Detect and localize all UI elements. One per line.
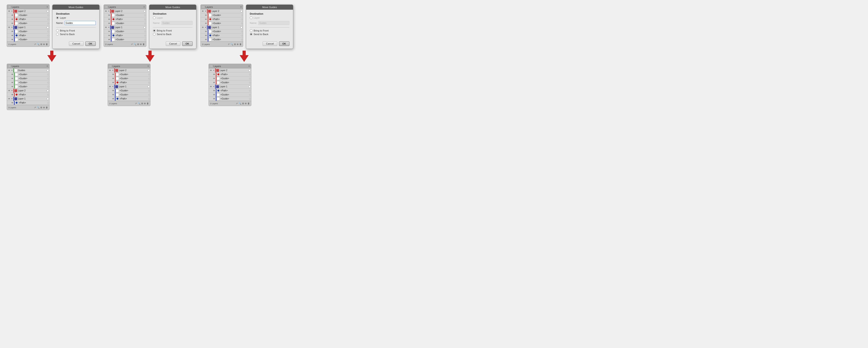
layer-row[interactable]: 👁 <Guide> [104, 13, 146, 17]
eye-icon[interactable]: 👁 [10, 18, 14, 21]
delete-icon[interactable]: 🗑 [46, 106, 48, 109]
layer-row[interactable]: 👁 <Guide> [201, 38, 243, 42]
close-button-3[interactable] [202, 6, 204, 8]
cancel-button-2[interactable]: Cancel [166, 41, 180, 46]
eye-icon[interactable]: 👁 [107, 30, 111, 33]
layer-row[interactable]: 👁 <Path> [209, 89, 251, 93]
target-dot[interactable] [249, 78, 251, 79]
layer-row[interactable]: 👁 ▾ Layer 2 [104, 9, 146, 13]
cancel-button-3[interactable]: Cancel [262, 41, 277, 46]
name-input[interactable] [65, 21, 96, 25]
target-icon[interactable] [148, 86, 150, 88]
radio-send-back-2[interactable] [153, 33, 156, 36]
target-dot[interactable] [249, 74, 251, 75]
radio-send-back-3[interactable] [250, 33, 252, 36]
eye-icon[interactable]: 👁 [104, 26, 107, 29]
expand-arrow[interactable]: ▾ [112, 69, 114, 72]
target-icon[interactable] [248, 69, 251, 71]
add-icon[interactable]: ⊕ [144, 102, 146, 105]
eye-icon[interactable]: 👁 [201, 26, 204, 29]
target-dot[interactable] [48, 14, 49, 16]
radio-layer-row[interactable]: Layer [56, 17, 96, 19]
layer-row[interactable]: 👁 ▾ Layer 2 [209, 68, 251, 72]
close-button-1[interactable] [8, 6, 10, 8]
layer-row[interactable]: 👁 <Path> [7, 93, 49, 97]
layer-row[interactable]: 👁 <Guide> [104, 30, 146, 34]
layer-row[interactable]: 👁 ▾ Layer 2 [7, 9, 49, 13]
layer-row[interactable]: 👁 <Path> [104, 34, 146, 38]
eye-icon[interactable]: 👁 [204, 22, 208, 25]
eye-icon[interactable]: 👁 [112, 73, 115, 76]
target-icon[interactable] [248, 86, 251, 88]
target-dot[interactable] [48, 86, 49, 87]
grid-icon[interactable]: ⊞ [234, 43, 236, 45]
expand-arrow[interactable]: ▾ [112, 85, 114, 88]
export-icon[interactable]: ↗ [34, 43, 36, 45]
delete-icon[interactable]: 🗑 [143, 43, 145, 45]
eye-icon[interactable]: 👁 [107, 14, 111, 17]
eye-icon[interactable]: 👁 [10, 73, 14, 76]
expand-arrow[interactable]: ▾ [213, 69, 215, 72]
target-icon[interactable] [46, 98, 49, 100]
eye-icon[interactable]: 👁 [107, 34, 111, 37]
target-dot[interactable] [148, 78, 150, 79]
target-dot[interactable] [241, 35, 243, 36]
eye-icon[interactable]: 👁 [10, 34, 14, 37]
target-dot[interactable] [249, 82, 251, 83]
radio-layer-row-3[interactable]: Layer [250, 17, 289, 19]
expand-arrow[interactable]: ▾ [213, 85, 215, 88]
target-icon[interactable] [46, 69, 49, 71]
target-dot[interactable] [144, 39, 146, 40]
expand-arrow[interactable]: ▾ [107, 26, 110, 29]
name-input-3[interactable] [258, 21, 289, 25]
layer-row[interactable]: 👁 <Guide> [201, 21, 243, 26]
export-icon[interactable]: ↗ [34, 106, 36, 109]
add-icon[interactable]: ⊕ [237, 43, 239, 45]
eye-icon[interactable]: 👁 [212, 89, 216, 92]
layer-row[interactable]: 👁 <Guide> [104, 38, 146, 42]
layer-row[interactable]: 👁 <Guide> [7, 13, 49, 17]
radio-front-row-3[interactable]: Bring to Front [250, 29, 289, 32]
target-dot[interactable] [48, 82, 49, 83]
search-icon[interactable]: 🔍 [137, 102, 140, 105]
layer-row[interactable]: 👁 <Guide> [104, 21, 146, 26]
target-dot[interactable] [48, 35, 49, 36]
export-icon[interactable]: ↗ [228, 43, 229, 45]
expand-arrow[interactable]: ▾ [107, 10, 110, 13]
search-icon[interactable]: 🔍 [37, 106, 39, 109]
eye-icon[interactable]: 👁 [201, 10, 204, 13]
layer-row[interactable]: 👁 <Path> [201, 34, 243, 38]
layer-row[interactable]: 👁 <Path> [7, 101, 49, 105]
eye-icon[interactable]: 👁 [212, 77, 216, 80]
delete-icon[interactable]: 🗑 [240, 43, 242, 45]
layer-row[interactable]: 👁 <Guide> [7, 38, 49, 42]
radio-send-back[interactable] [56, 33, 59, 36]
target-dot[interactable] [241, 31, 243, 32]
expand-arrow[interactable]: ▾ [11, 97, 13, 100]
expand-arrow[interactable]: ▾ [11, 10, 13, 13]
export-icon[interactable]: ↗ [135, 102, 137, 105]
ok-button-3[interactable]: OK [279, 41, 290, 46]
target-icon[interactable] [46, 10, 49, 12]
target-dot[interactable] [144, 35, 146, 36]
layer-row[interactable]: 👁 ▾ Layer 2 [201, 9, 243, 13]
radio-back-row-3[interactable]: Send to Back [250, 33, 289, 36]
close-button-r1[interactable] [8, 65, 10, 67]
eye-icon[interactable]: 👁 [209, 69, 212, 72]
export-icon[interactable]: ↗ [236, 102, 238, 105]
target-icon[interactable] [144, 10, 146, 12]
target-dot[interactable] [148, 74, 150, 75]
eye-icon[interactable]: 👁 [7, 69, 10, 72]
target-dot[interactable] [249, 90, 251, 91]
grid-icon[interactable]: ⊞ [141, 102, 143, 105]
eye-icon[interactable]: 👁 [10, 30, 14, 33]
eye-icon[interactable]: 👁 [10, 77, 14, 80]
expand-arrow[interactable]: ▾ [11, 69, 13, 72]
layer-row[interactable]: 👁 ▾ Layer 2 [108, 68, 150, 72]
radio-layer-3[interactable] [250, 17, 252, 19]
layer-row[interactable]: 👁 <Guide> [7, 81, 49, 85]
expand-arrow[interactable]: ▾ [205, 26, 207, 29]
target-icon[interactable] [46, 90, 49, 92]
eye-icon[interactable]: 👁 [204, 34, 208, 37]
eye-icon[interactable]: 👁 [112, 81, 115, 84]
